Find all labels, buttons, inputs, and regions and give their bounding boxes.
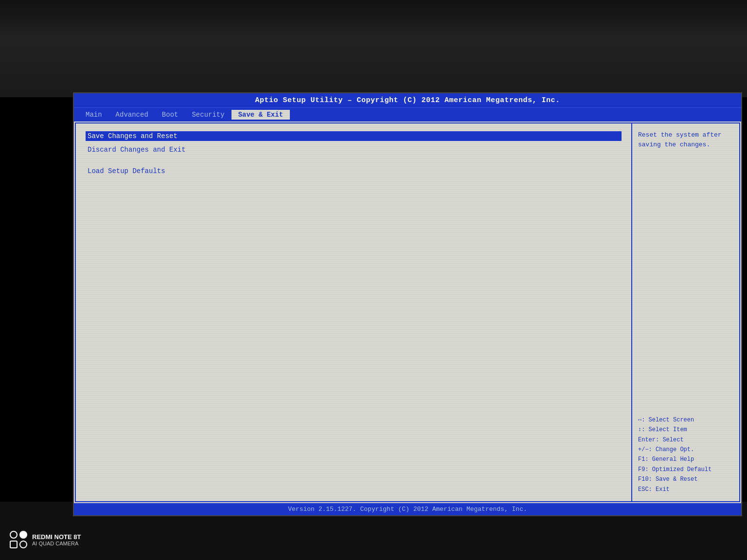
bios-screen: Aptio Setup Utility – Copyright (C) 2012… <box>73 92 742 516</box>
content-area: Save Changes and Reset Discard Changes a… <box>75 122 740 502</box>
version-text: Version 2.15.1227. Copyright (C) 2012 Am… <box>288 506 527 513</box>
cam-icon-4 <box>19 541 27 548</box>
key-enter: Enter: Select <box>638 435 733 445</box>
key-f10: F10: Save & Reset <box>638 474 733 484</box>
left-panel: Save Changes and Reset Discard Changes a… <box>76 123 632 501</box>
menu-security[interactable]: Security <box>185 110 231 120</box>
title-text: Aptio Setup Utility – Copyright (C) 2012… <box>255 96 560 105</box>
menu-save-exit[interactable]: Save & Exit <box>231 110 290 120</box>
cam-icon-1 <box>10 531 18 539</box>
bottom-bar: Version 2.15.1227. Copyright (C) 2012 Am… <box>74 503 741 515</box>
title-bar: Aptio Setup Utility – Copyright (C) 2012… <box>74 93 741 107</box>
key-f1: F1: General Help <box>638 455 733 464</box>
phone-watermark: REDMI NOTE 8T AI QUAD CAMERA <box>10 531 81 550</box>
menu-bar: Main Advanced Boot Security Save & Exit <box>74 107 741 122</box>
cam-icon-3 <box>10 541 18 548</box>
key-select-item: ↕: Select Item <box>638 425 733 435</box>
key-help: ↔: Select Screen ↕: Select Item Enter: S… <box>638 415 733 494</box>
spacer <box>86 158 622 166</box>
key-select-screen: ↔: Select Screen <box>638 415 733 425</box>
phone-brand: REDMI NOTE 8T <box>32 533 81 541</box>
help-text: Reset the system after saving the change… <box>638 130 733 149</box>
cam-icon-2 <box>19 531 27 539</box>
menu-boot[interactable]: Boot <box>155 110 185 120</box>
key-f9: F9: Optimized Default <box>638 465 733 474</box>
menu-advanced[interactable]: Advanced <box>109 110 155 120</box>
option-save-reset[interactable]: Save Changes and Reset <box>86 131 622 141</box>
right-panel: Reset the system after saving the change… <box>632 123 739 501</box>
option-load-defaults[interactable]: Load Setup Defaults <box>86 166 622 176</box>
menu-main[interactable]: Main <box>79 110 109 120</box>
phone-sub: AI QUAD CAMERA <box>32 541 81 546</box>
camera-top-bg <box>0 0 747 97</box>
key-esc: ESC: Exit <box>638 485 733 494</box>
option-discard-exit[interactable]: Discard Changes and Exit <box>86 145 622 155</box>
key-change-opt: +/−: Change Opt. <box>638 445 733 455</box>
phone-icons: REDMI NOTE 8T AI QUAD CAMERA <box>10 531 81 548</box>
